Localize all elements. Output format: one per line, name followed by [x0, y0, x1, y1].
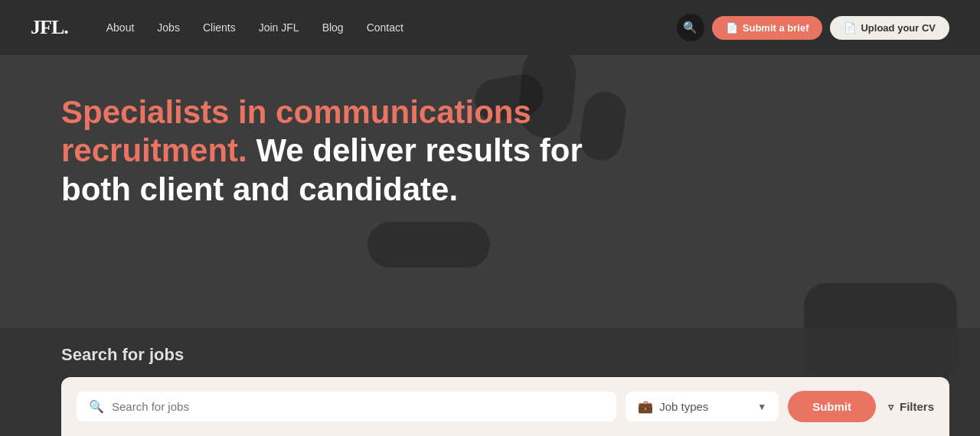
search-icon: 🔍: [683, 21, 697, 34]
nav-item-jobs[interactable]: Jobs: [157, 21, 180, 34]
filters-button[interactable]: ▿ Filters: [888, 400, 934, 413]
hero-headline: Specialists in communications recruitmen…: [61, 93, 597, 209]
nav-item-clients[interactable]: Clients: [203, 21, 236, 34]
chevron-down-icon: ▼: [757, 402, 766, 412]
job-types-label: Job types: [659, 400, 751, 413]
search-section-label: Search for jobs: [61, 345, 949, 365]
page-wrapper: JFL. About Jobs Clients Join JFL Blog Co…: [0, 0, 980, 436]
nav-item-join-jfl[interactable]: Join JFL: [259, 21, 299, 34]
search-submit-button[interactable]: Submit: [788, 391, 876, 422]
brief-icon: 📄: [726, 22, 738, 34]
nav-item-contact[interactable]: Contact: [367, 21, 403, 34]
header-search-button[interactable]: 🔍: [677, 14, 704, 41]
logo: JFL.: [31, 16, 68, 39]
search-bar-container: 🔍 💼 Job types ▼ Submit ▿ Filters: [61, 377, 949, 436]
upload-icon: 📄: [844, 22, 856, 34]
search-input-wrapper: 🔍: [77, 392, 616, 421]
search-input[interactable]: [112, 400, 604, 413]
main-nav: About Jobs Clients Join JFL Blog Contact: [106, 21, 677, 34]
briefcase-icon: 💼: [638, 399, 653, 414]
nav-item-blog[interactable]: Blog: [322, 21, 344, 34]
filter-icon: ▿: [888, 401, 893, 413]
hero-content: Specialists in communications recruitmen…: [0, 55, 980, 232]
upload-cv-button[interactable]: 📄 Upload your CV: [830, 16, 949, 40]
header-actions: 🔍 📄 Submit a brief 📄 Upload your CV: [677, 14, 949, 41]
header: JFL. About Jobs Clients Join JFL Blog Co…: [0, 0, 980, 55]
submit-brief-button[interactable]: 📄 Submit a brief: [712, 16, 823, 40]
job-types-dropdown[interactable]: 💼 Job types ▼: [626, 392, 779, 421]
search-section: Search for jobs 🔍 💼 Job types ▼ Submit ▿…: [0, 328, 980, 436]
search-input-icon: 🔍: [89, 399, 104, 414]
nav-item-about[interactable]: About: [106, 21, 135, 34]
